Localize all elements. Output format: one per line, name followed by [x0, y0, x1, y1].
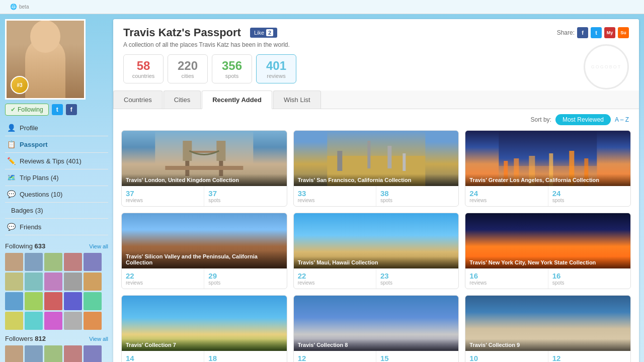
stat-spots-number: 356 — [219, 59, 245, 73]
share-facebook[interactable]: f — [577, 27, 588, 38]
avatar[interactable] — [64, 312, 82, 330]
collection-review-stat: 14reviews — [122, 351, 204, 362]
avatar[interactable] — [84, 345, 102, 362]
collection-review-stat: 22reviews — [122, 268, 204, 289]
avatar[interactable] — [25, 312, 43, 330]
stats-row: 58 countries 220 cities 356 spots 401 re… — [123, 54, 629, 83]
avatar[interactable] — [84, 253, 102, 271]
following-view-all[interactable]: View all — [89, 243, 108, 249]
collection-spot-stat: 23spots — [376, 268, 458, 289]
share-stumble[interactable]: Su — [618, 27, 629, 38]
sidebar-item-passport[interactable]: 📋 Passport — [5, 136, 108, 153]
avatar[interactable] — [25, 292, 43, 310]
avatar[interactable] — [25, 273, 43, 291]
share-row: Share: f t My Su — [557, 27, 629, 38]
avatar[interactable] — [64, 273, 82, 291]
avatar[interactable] — [64, 292, 82, 310]
following-section-title: Following 633 — [5, 242, 45, 250]
collection-card[interactable]: Travis' Greater Los Angeles, California … — [465, 130, 631, 207]
sidebar-item-friends[interactable]: 💬 Friends — [5, 219, 108, 235]
avatar[interactable] — [84, 273, 102, 291]
twitter-link[interactable]: t — [52, 104, 63, 115]
stat-cities-number: 220 — [175, 59, 200, 73]
collection-card[interactable]: Travis' Collection 910reviews12spots — [465, 295, 631, 362]
share-label: Share: — [557, 29, 575, 36]
following-button[interactable]: ✔ Following — [5, 104, 49, 116]
collection-title: Travis' New York City, New York State Co… — [465, 256, 630, 268]
passport-icon: 📋 — [7, 140, 16, 148]
sidebar-item-questions[interactable]: 💬 Questions (10) — [5, 186, 108, 203]
avatar[interactable] — [5, 253, 23, 271]
avatar[interactable] — [5, 292, 23, 310]
sidebar-nav: 👤 Profile 📋 Passport ✏️ Reviews & Tips (… — [5, 120, 108, 235]
collection-review-stat: 12reviews — [294, 351, 376, 362]
collection-title: Travis' Collection 7 — [122, 339, 287, 351]
avatar[interactable] — [44, 292, 62, 310]
followers-section-header: Followers 812 View all — [5, 335, 108, 342]
stat-reviews[interactable]: 401 reviews — [256, 54, 296, 83]
collection-card[interactable]: Travis' Collection 812reviews15spots — [293, 295, 459, 362]
collection-title: Travis' London, United Kingdom Collectio… — [122, 174, 287, 186]
rank-number: #3 — [17, 82, 22, 88]
like-button[interactable]: Like 2 — [250, 28, 277, 38]
sort-az[interactable]: A – Z — [615, 116, 629, 123]
stat-reviews-number: 401 — [264, 59, 289, 73]
sidebar: #3 ✔ Following t f 👤 Profile 📋 Passport … — [5, 19, 108, 362]
collection-review-stat: 22reviews — [294, 268, 376, 289]
avatar[interactable] — [44, 253, 62, 271]
avatar[interactable] — [5, 312, 23, 330]
avatar[interactable] — [25, 253, 43, 271]
svg-rect-11 — [387, 146, 391, 168]
sidebar-item-badges[interactable]: Badges (3) — [5, 203, 108, 219]
tab-countries[interactable]: Countries — [113, 90, 163, 109]
collection-card[interactable]: Travis' Maui, Hawaii Collection22reviews… — [293, 213, 459, 289]
collection-review-stat: 33reviews — [294, 186, 376, 206]
sidebar-reviews-label: Reviews & Tips (401) — [20, 157, 82, 165]
tab-cities[interactable]: Cities — [164, 90, 201, 109]
svg-rect-9 — [337, 151, 342, 171]
sidebar-item-profile[interactable]: 👤 Profile — [5, 120, 108, 136]
avatar[interactable] — [5, 273, 23, 291]
sidebar-passport-label: Passport — [20, 141, 48, 148]
avatar[interactable] — [44, 312, 62, 330]
sort-most-reviewed[interactable]: Most Reviewed — [555, 114, 611, 125]
collection-card[interactable]: Travis' Collection 714reviews18spots — [121, 295, 287, 362]
share-twitter[interactable]: t — [591, 27, 602, 38]
following-row: ✔ Following t f — [5, 104, 108, 116]
collection-title: Travis' Greater Los Angeles, California … — [465, 174, 630, 186]
collection-card[interactable]: Travis' Silicon Valley and the Peninsula… — [121, 213, 287, 289]
tab-recently-added[interactable]: Recently Added — [202, 90, 272, 109]
avatar[interactable] — [25, 345, 43, 362]
stat-countries[interactable]: 58 countries — [123, 54, 164, 83]
share-myspace[interactable]: My — [604, 27, 615, 38]
avatar[interactable] — [44, 273, 62, 291]
facebook-link[interactable]: f — [66, 104, 77, 115]
following-label: Following — [18, 106, 43, 113]
svg-rect-12 — [403, 153, 406, 171]
collection-card[interactable]: Travis' San Francisco, California Collec… — [293, 130, 459, 207]
avatar[interactable] — [84, 312, 102, 330]
collection-card[interactable]: Travis' New York City, New York State Co… — [465, 213, 631, 289]
avatar[interactable] — [44, 345, 62, 362]
stat-spots[interactable]: 356 spots — [212, 54, 252, 83]
collection-review-stat: 37reviews — [122, 186, 204, 206]
passport-title: Travis Katz's Passport — [123, 26, 241, 39]
avatar[interactable] — [64, 253, 82, 271]
avatar[interactable] — [5, 345, 23, 362]
stat-cities[interactable]: 220 cities — [168, 54, 208, 83]
sidebar-item-reviews[interactable]: ✏️ Reviews & Tips (401) — [5, 153, 108, 169]
followers-view-all[interactable]: View all — [89, 336, 108, 342]
avatar[interactable] — [84, 292, 102, 310]
rank-badge: #3 — [11, 76, 29, 94]
following-avatars — [5, 253, 108, 330]
sidebar-item-trips[interactable]: 🗺️ Trip Plans (4) — [5, 169, 108, 186]
top-bar: 🌐 beta — [0, 0, 644, 14]
collection-card[interactable]: Travis' London, United Kingdom Collectio… — [121, 130, 287, 207]
collection-title: Travis' Collection 9 — [465, 339, 630, 351]
avatar[interactable] — [64, 345, 82, 362]
questions-icon: 💬 — [7, 190, 16, 198]
check-icon: ✔ — [11, 106, 16, 113]
collection-spot-stat: 15spots — [376, 351, 458, 362]
sidebar-friends-label: Friends — [20, 223, 41, 231]
tab-wish-list[interactable]: Wish List — [273, 90, 321, 109]
